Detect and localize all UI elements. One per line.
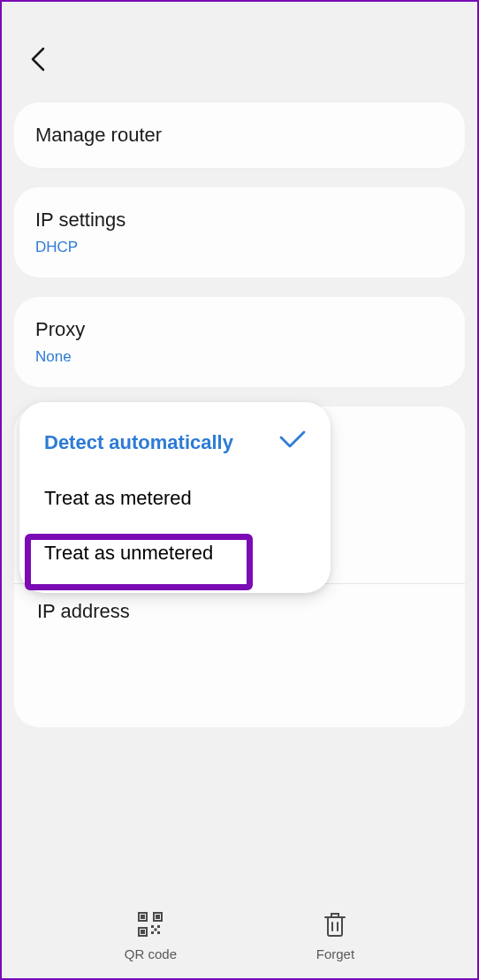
proxy-value: None: [35, 348, 444, 366]
qr-code-icon: [137, 911, 163, 941]
dropdown-option-metered[interactable]: Treat as metered: [19, 471, 331, 526]
forget-button[interactable]: Forget: [316, 911, 354, 961]
svg-rect-9: [157, 931, 160, 934]
bottom-bar: QR code Forget: [2, 894, 477, 978]
proxy-card[interactable]: Proxy None: [14, 297, 465, 387]
dropdown-option-auto[interactable]: Detect automatically: [19, 414, 331, 471]
svg-rect-8: [151, 931, 154, 934]
manage-router-title: Manage router: [35, 124, 444, 147]
forget-label: Forget: [316, 946, 354, 961]
qr-code-button[interactable]: QR code: [125, 911, 177, 961]
dropdown-option-auto-label: Detect automatically: [44, 431, 233, 454]
back-button[interactable]: [28, 46, 451, 76]
svg-rect-7: [157, 925, 160, 928]
manage-router-card[interactable]: Manage router: [14, 103, 465, 168]
dropdown-option-unmetered[interactable]: Treat as unmetered: [19, 526, 331, 581]
qr-code-label: QR code: [125, 946, 177, 961]
back-chevron-icon: [28, 46, 49, 72]
metered-dropdown: Detect automatically Treat as metered Tr…: [19, 402, 331, 593]
svg-rect-10: [155, 929, 157, 931]
dropdown-option-metered-label: Treat as metered: [44, 487, 192, 510]
ip-settings-card[interactable]: IP settings DHCP: [14, 187, 465, 277]
svg-rect-6: [151, 925, 154, 928]
ip-settings-title: IP settings: [35, 209, 444, 232]
ip-address-label: IP address: [37, 600, 130, 622]
ip-settings-value: DHCP: [35, 239, 444, 256]
svg-rect-5: [141, 931, 144, 933]
svg-rect-1: [141, 915, 144, 918]
dropdown-option-unmetered-label: Treat as unmetered: [44, 542, 213, 565]
trash-icon: [323, 911, 347, 941]
proxy-title: Proxy: [35, 318, 444, 341]
check-icon: [279, 430, 306, 455]
svg-rect-3: [156, 915, 159, 918]
